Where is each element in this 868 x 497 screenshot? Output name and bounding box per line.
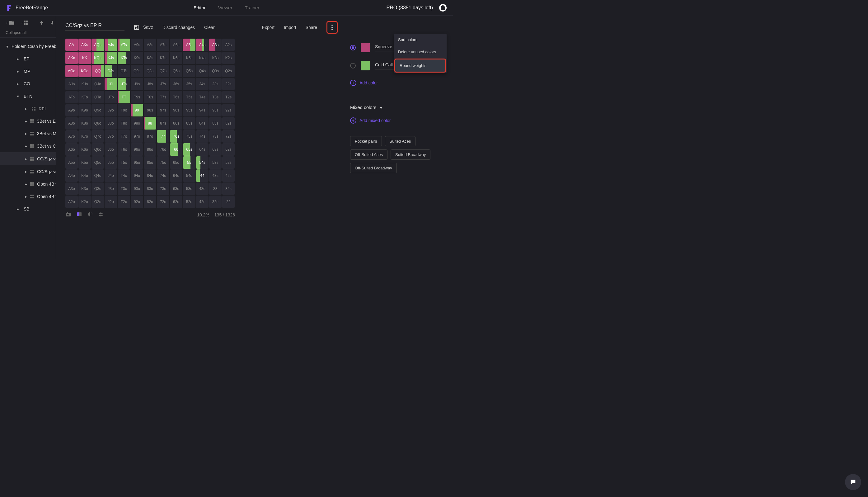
grid-cell[interactable]: AA [65,39,78,51]
grid-cell[interactable]: 94o [131,169,143,182]
grid-cell[interactable]: AKs [78,39,91,51]
range-title[interactable]: CC/Sqz vs EP R [65,23,124,30]
grid-cell[interactable]: 62s [222,143,235,156]
grid-cell[interactable]: 97o [131,130,143,143]
mode-viewer[interactable]: Viewer [218,5,233,10]
grid-cell[interactable]: 43s [209,169,222,182]
grid-cell[interactable]: Q7o [91,130,104,143]
contrast-icon[interactable] [88,212,93,218]
grid-cell[interactable]: Q4s [196,65,208,77]
grid-cell[interactable]: J9o [105,104,117,116]
move-down-button[interactable] [50,20,55,25]
tree-item[interactable]: ▸CC/Sqz vs EP R⋮ [0,152,56,165]
grid-cell[interactable]: J9s [131,78,143,90]
grid-cell[interactable]: T8o [118,117,130,130]
grid-cell[interactable]: 44 [196,169,208,182]
grid-cell[interactable]: K4s [196,52,208,64]
grid-cell[interactable]: 42s [222,169,235,182]
tree-item[interactable]: ▸Open 4B vs EP R [0,178,56,190]
tree-pos-sb[interactable]: ▸ SB [0,203,56,215]
grid-cell[interactable]: A5s [183,39,195,51]
grid-cell[interactable]: ATo [65,91,78,103]
clear-button[interactable]: Clear [204,25,215,30]
grid-cell[interactable]: JTo [105,91,117,103]
grid-cell[interactable]: A8s [144,39,156,51]
grid-cell[interactable]: 74o [157,169,169,182]
tag-suited-broadway[interactable]: Suited Broadway [391,150,430,160]
grid-cell[interactable]: 64s [196,143,208,156]
popup-delete-unused[interactable]: Delete unused colors [394,46,446,58]
grid-cell[interactable]: J8o [105,117,117,130]
grid-cell[interactable]: 83o [144,183,156,195]
grid-cell[interactable]: K9o [78,104,91,116]
grid-cell[interactable]: Q3o [91,183,104,195]
grid-cell[interactable]: TT [118,91,130,103]
grid-cell[interactable]: J5s [183,78,195,90]
grid-cell[interactable]: A5o [65,156,78,169]
grid-cell[interactable]: 98s [144,104,156,116]
grid-cell[interactable]: 84o [144,169,156,182]
camera-icon[interactable] [65,212,71,218]
grid-cell[interactable]: Q3s [209,65,222,77]
add-color-button[interactable]: + Add color [350,80,443,86]
grid-cell[interactable]: J4o [105,169,117,182]
grid-cell[interactable]: 75o [157,156,169,169]
grid-cell[interactable]: Q7s [157,65,169,77]
tree-item[interactable]: ▸RFI [0,102,56,115]
grid-cell[interactable]: Q8o [91,117,104,130]
grid-cell[interactable]: 63o [170,183,182,195]
tree-item[interactable]: ▸Open 4B vs MP R [0,190,56,203]
grid-cell[interactable]: 76o [157,143,169,156]
grid-cell[interactable]: J5o [105,156,117,169]
grid-cell[interactable]: J7o [105,130,117,143]
grid-cell[interactable]: Q9s [131,65,143,77]
grid-cell[interactable]: T3s [209,91,222,103]
brand-wrap[interactable]: FreeBetRange [6,5,48,11]
grid-cell[interactable]: J2o [105,196,117,208]
grid-cell[interactable]: J6s [170,78,182,90]
grid-cell[interactable]: T4o [118,169,130,182]
add-range-button[interactable]: + [20,20,28,25]
grid-cell[interactable]: JTs [118,78,130,90]
grid-cell[interactable]: 52o [183,196,195,208]
grid-cell[interactable]: A6s [170,39,182,51]
grid-cell[interactable]: 73o [157,183,169,195]
grid-cell[interactable]: 93o [131,183,143,195]
grid-cell[interactable]: A3o [65,183,78,195]
grid-cell[interactable]: 85o [144,156,156,169]
import-button[interactable]: Import [284,25,296,30]
grid-cell[interactable]: A4s [196,39,208,51]
save-button[interactable]: Save [134,25,153,30]
grid-cell[interactable]: A7o [65,130,78,143]
grid-cell[interactable]: K7s [157,52,169,64]
grid-cell[interactable]: QQ [91,65,104,77]
grid-cell[interactable]: QJs [105,65,117,77]
swatch-squeeze[interactable] [361,43,370,52]
grid-cell[interactable]: A2o [65,196,78,208]
grid-cell[interactable]: AQs [91,39,104,51]
grid-cell[interactable]: 99 [131,104,143,116]
grid-cell[interactable]: 86o [144,143,156,156]
grid-cell[interactable]: AQo [65,65,78,77]
tag-suited-aces[interactable]: Suited Aces [385,136,416,146]
tag-off-suited-broadway[interactable]: Off-Suited Broadway [350,163,397,173]
grid-cell[interactable]: 75s [183,130,195,143]
grid-cell[interactable]: 95s [183,104,195,116]
grid-cell[interactable]: AKo [65,52,78,64]
grid-cell[interactable]: Q8s [144,65,156,77]
grid-cell[interactable]: A4o [65,169,78,182]
grid-cell[interactable]: J8s [144,78,156,90]
tree-pos-btn[interactable]: ▾ BTN [0,90,56,102]
grid-cell[interactable]: J3o [105,183,117,195]
grid-cell[interactable]: A6o [65,143,78,156]
grid-cell[interactable]: K3o [78,183,91,195]
discard-button[interactable]: Discard changes [162,25,195,30]
tree-root[interactable]: ▾ Holdem Cash by Freebetrange [0,40,56,53]
grid-cell[interactable]: 53o [183,183,195,195]
layers-icon[interactable] [98,212,103,218]
grid-cell[interactable]: AJo [65,78,78,90]
grid-cell[interactable]: KTo [78,91,91,103]
grid-cell[interactable]: T8s [144,91,156,103]
add-folder-button[interactable]: + [5,20,15,25]
grid-cell[interactable]: QTo [91,91,104,103]
